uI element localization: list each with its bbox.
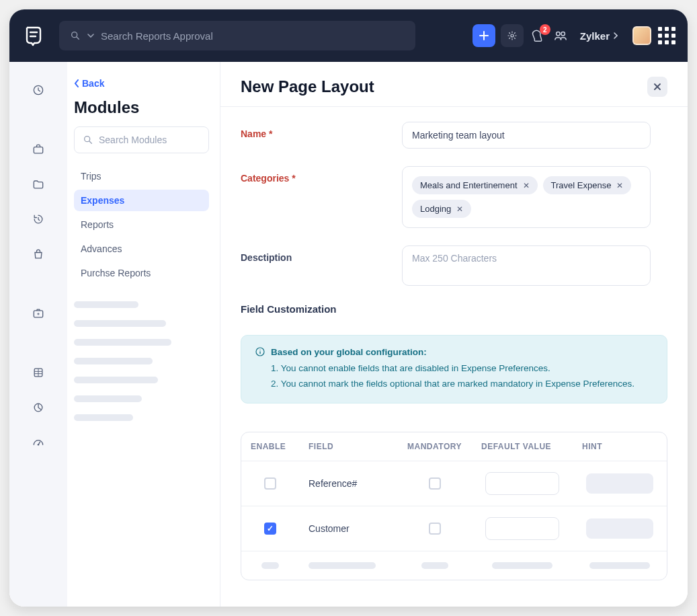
mandatory-checkbox[interactable]	[429, 523, 441, 535]
svg-line-3	[77, 37, 79, 39]
field-customization-title: Field Customization	[241, 303, 667, 315]
field-name: Reference#	[309, 478, 357, 489]
module-item-purchase-reports[interactable]: Purchse Reports	[74, 262, 209, 284]
close-icon[interactable]: ✕	[456, 204, 463, 214]
module-item-trips[interactable]: Trips	[74, 165, 209, 187]
table-row: Customer	[241, 506, 667, 551]
modules-title: Modules	[74, 98, 209, 117]
nav-rail	[9, 62, 67, 607]
mandatory-checkbox[interactable]	[429, 477, 441, 490]
rail-pie-icon[interactable]	[25, 398, 52, 417]
name-input[interactable]	[402, 122, 651, 149]
svg-rect-8	[34, 147, 42, 153]
default-value-input[interactable]	[485, 472, 559, 495]
rail-folder-icon[interactable]	[25, 175, 52, 194]
workspace-name: Zylker	[580, 30, 610, 42]
categories-label: Categories *	[241, 166, 382, 184]
rail-recent-icon[interactable]	[25, 81, 52, 100]
category-chip[interactable]: Lodging✕	[412, 200, 471, 218]
description-input[interactable]: Max 250 Characters	[402, 245, 651, 286]
workspace-switcher[interactable]: Zylker	[580, 30, 618, 42]
rail-briefcase-icon[interactable]	[25, 140, 52, 159]
notifications-button[interactable]: 2	[526, 28, 549, 43]
name-label: Name *	[241, 122, 382, 139]
svg-point-5	[556, 32, 560, 36]
top-bar: 2 Zylker	[9, 9, 688, 62]
search-icon	[70, 30, 81, 41]
modules-search-placeholder: Search Modules	[99, 134, 167, 145]
main-header: New Page Layout	[220, 62, 688, 107]
back-link[interactable]: Back	[74, 78, 209, 89]
global-search[interactable]	[59, 21, 415, 50]
modules-panel: Back Modules Search Modules Trips Expens…	[67, 62, 220, 607]
chevron-down-icon	[87, 34, 94, 38]
rail-history-icon[interactable]	[25, 210, 52, 229]
module-item-expenses[interactable]: Expenses	[74, 190, 209, 211]
svg-point-16	[259, 350, 260, 350]
back-label: Back	[82, 78, 104, 89]
rail-sheet-icon[interactable]	[25, 363, 52, 382]
module-item-advances[interactable]: Advances	[74, 238, 209, 260]
close-icon[interactable]: ✕	[523, 181, 530, 190]
info-banner: Based on your global configuration: 1. Y…	[241, 335, 667, 403]
avatar[interactable]	[632, 26, 651, 45]
field-name: Customer	[309, 523, 350, 534]
page-title: New Page Layout	[241, 77, 374, 96]
table-row-skeleton	[241, 551, 667, 580]
svg-point-2	[72, 32, 77, 38]
info-line: 2. You cannot mark the fields optional t…	[271, 377, 653, 392]
field-table-header: ENABLE FIELD MANDATORY DEFAULT VALUE HIN…	[241, 432, 667, 461]
col-mandatory: MANDATORY	[398, 432, 472, 461]
svg-point-6	[561, 32, 565, 36]
main-content: New Page Layout Name * Categories *	[220, 62, 688, 607]
categories-input[interactable]: Meals and Entertinement✕ Travel Expense✕…	[402, 166, 651, 228]
apps-menu-button[interactable]	[658, 27, 675, 44]
rail-bag-icon[interactable]	[25, 245, 52, 264]
close-button[interactable]	[647, 77, 667, 97]
rail-gauge-icon[interactable]	[25, 433, 52, 452]
svg-rect-17	[259, 351, 260, 354]
col-enable: ENABLE	[241, 432, 299, 461]
modules-search[interactable]: Search Modules	[74, 126, 209, 153]
category-chip[interactable]: Travel Expense✕	[543, 176, 632, 194]
enable-checkbox[interactable]	[264, 477, 276, 490]
modules-list: Trips Expenses Reports Advances Purchse …	[74, 165, 209, 284]
global-search-input[interactable]	[101, 30, 405, 42]
default-value-input[interactable]	[485, 517, 559, 540]
col-default: DEFAULT VALUE	[472, 432, 573, 461]
modules-skeleton	[74, 301, 209, 421]
category-chip[interactable]: Meals and Entertinement✕	[412, 176, 538, 194]
module-item-reports[interactable]: Reports	[74, 214, 209, 235]
hint-input[interactable]	[586, 518, 653, 539]
enable-checkbox[interactable]	[264, 523, 276, 535]
users-button[interactable]	[549, 28, 572, 43]
info-icon	[255, 346, 265, 357]
rail-camera-icon[interactable]	[25, 304, 52, 323]
info-heading: Based on your global configuration:	[271, 347, 427, 357]
settings-button[interactable]	[501, 24, 524, 47]
col-field: FIELD	[299, 432, 398, 461]
app-window: 2 Zylker	[9, 9, 688, 607]
description-label: Desctiption	[241, 245, 382, 263]
add-button[interactable]	[473, 24, 495, 47]
svg-point-4	[511, 34, 514, 37]
svg-line-14	[89, 141, 91, 143]
col-hint: HINT	[573, 432, 667, 461]
info-line: 1. You cannot enable fields that are dis…	[271, 361, 653, 377]
svg-point-13	[85, 137, 90, 142]
field-table: ENABLE FIELD MANDATORY DEFAULT VALUE HIN…	[241, 432, 667, 580]
app-logo[interactable]	[22, 24, 46, 48]
close-icon[interactable]: ✕	[616, 181, 623, 190]
table-row: Reference#	[241, 461, 667, 506]
hint-input[interactable]	[586, 473, 653, 494]
